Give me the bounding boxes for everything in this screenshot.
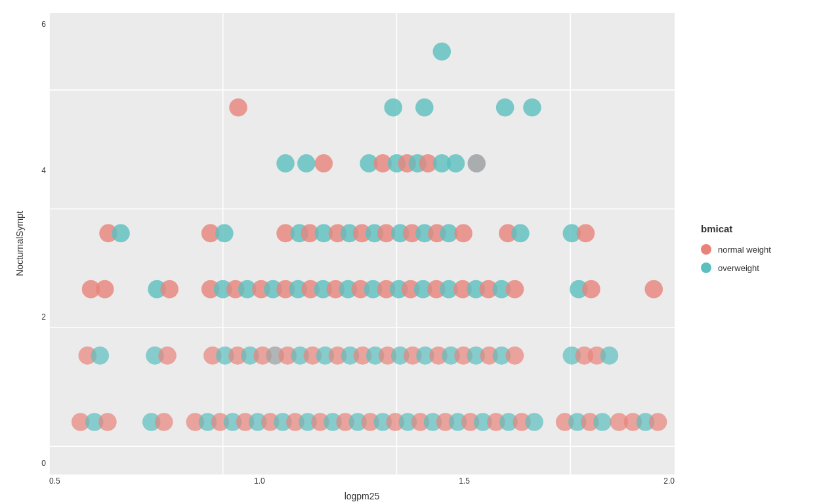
svg-point-15 (276, 154, 295, 173)
svg-point-80 (582, 280, 600, 299)
legend-circle-normal (701, 244, 711, 255)
legend-item-normal: normal weight (701, 244, 799, 255)
svg-point-14 (523, 98, 541, 117)
svg-point-28 (112, 224, 130, 243)
legend-panel: bmicat normal weight overweight (681, 13, 812, 491)
chart-area: NocturnalSympt 6 4 2 0 (13, 13, 812, 491)
y-axis-ticks: 6 4 2 0 (30, 13, 49, 474)
svg-rect-0 (49, 13, 675, 474)
svg-point-12 (415, 98, 434, 117)
svg-point-114 (600, 346, 619, 365)
x-axis-label: logpm25 (345, 491, 380, 501)
svg-point-13 (496, 98, 514, 117)
y-tick-2: 2 (41, 312, 46, 322)
svg-point-53 (160, 280, 178, 299)
svg-point-30 (215, 224, 234, 243)
scatter-plot-svg (49, 13, 675, 474)
svg-point-81 (644, 280, 663, 299)
y-tick-6: 6 (41, 20, 46, 29)
svg-point-110 (506, 346, 524, 365)
y-tick-0: 0 (41, 459, 46, 468)
svg-point-17 (314, 154, 333, 173)
y-tick-4: 4 (41, 166, 46, 175)
svg-point-9 (433, 43, 452, 61)
chart-container: NocturnalSympt 6 4 2 0 (0, 0, 819, 504)
svg-point-85 (158, 346, 177, 365)
plot-wrapper: NocturnalSympt 6 4 2 0 (13, 13, 675, 491)
x-tick-05: 0.5 (49, 476, 60, 486)
legend-title: bmicat (701, 223, 799, 234)
legend-item-overweight: overweight (701, 262, 799, 273)
svg-point-119 (155, 413, 173, 431)
svg-point-45 (454, 224, 472, 243)
svg-point-117 (98, 413, 117, 431)
legend-label-overweight: overweight (718, 263, 759, 273)
svg-point-47 (511, 224, 530, 243)
svg-point-83 (91, 346, 110, 365)
x-tick-20: 2.0 (663, 476, 675, 486)
x-tick-15: 1.5 (459, 476, 470, 486)
svg-point-155 (649, 413, 667, 431)
svg-point-49 (577, 224, 595, 243)
svg-point-147 (525, 413, 543, 431)
svg-point-51 (96, 280, 114, 299)
svg-point-11 (384, 98, 402, 117)
svg-point-10 (229, 98, 247, 117)
svg-point-151 (593, 413, 612, 431)
svg-point-25 (447, 154, 465, 173)
x-axis-area: 0.5 1.0 1.5 2.0 logpm25 (49, 474, 675, 501)
legend-label-normal: normal weight (718, 245, 771, 255)
legend-circle-overweight (701, 262, 711, 273)
y-axis-label: NocturnalSympt (13, 13, 26, 474)
svg-point-78 (506, 280, 524, 299)
plot-panel (49, 13, 675, 474)
svg-point-16 (297, 154, 316, 173)
svg-point-26 (467, 154, 486, 173)
x-axis-ticks: 0.5 1.0 1.5 2.0 (49, 474, 675, 488)
x-tick-10: 1.0 (254, 476, 265, 486)
plot-with-yaxis: NocturnalSympt 6 4 2 0 (13, 13, 675, 474)
